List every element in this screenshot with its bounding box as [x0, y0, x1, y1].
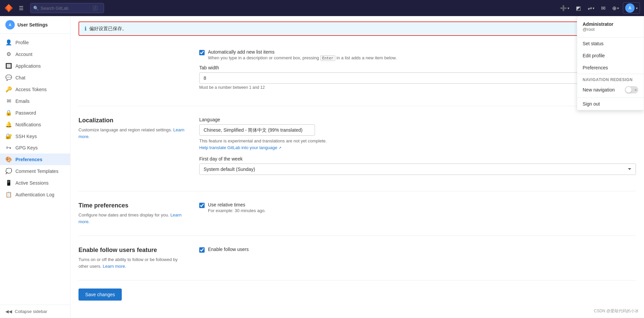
- sidebar-label-access-tokens: Access Tokens: [15, 87, 47, 92]
- todos-button[interactable]: ✉: [598, 4, 608, 13]
- issues-button[interactable]: ◩: [573, 4, 584, 13]
- hamburger-menu-button[interactable]: ☰: [16, 4, 26, 13]
- sidebar-title: User Settings: [17, 22, 48, 27]
- help-button[interactable]: ⊕ ▾: [609, 4, 622, 13]
- sidebar-label-authentication-log: Authentication Log: [15, 192, 54, 197]
- auto-list-items-label: Automatically add new list items: [208, 49, 397, 55]
- alert-banner: ℹ 偏好设置已保存。: [78, 21, 636, 36]
- sidebar-item-profile[interactable]: 👤 Profile: [0, 37, 70, 48]
- access-tokens-icon: 🔑: [5, 86, 12, 92]
- preferences-button[interactable]: Preferences: [577, 62, 644, 74]
- alert-message: 偏好设置已保存。: [89, 26, 127, 32]
- toggle-knob: [626, 87, 632, 93]
- sign-out-button[interactable]: Sign out: [577, 98, 644, 110]
- gitlab-logo: [4, 3, 13, 13]
- applications-icon: 🔲: [5, 63, 12, 69]
- authentication-log-icon: 📋: [5, 191, 12, 198]
- sidebar-item-preferences[interactable]: 🎨 Preferences: [0, 153, 70, 165]
- sidebar-item-notifications[interactable]: 🔔 Notifications: [0, 119, 70, 130]
- main-layout: A User Settings 👤 Profile ⚙ Account 🔲 Ap…: [0, 16, 644, 318]
- account-icon: ⚙: [5, 51, 12, 57]
- localization-section-left: Localization Customize language and regi…: [78, 117, 186, 180]
- time-preferences-section: Time preferences Configure how dates and…: [78, 191, 636, 236]
- behavior-section-left: [78, 49, 186, 95]
- dropdown-user-section: Administrator @root: [577, 16, 644, 38]
- enable-follow-checkbox[interactable]: [199, 247, 205, 253]
- relative-times-label: Use relative times: [208, 202, 266, 207]
- tab-width-hint: Must be a number between 1 and 12: [199, 85, 636, 90]
- first-day-select[interactable]: System default (Sunday) Monday Saturday …: [199, 164, 636, 175]
- sidebar-item-chat[interactable]: 💬 Chat: [0, 72, 70, 83]
- new-navigation-toggle[interactable]: ✕: [625, 86, 638, 93]
- emails-icon: ✉: [5, 98, 12, 104]
- translate-link[interactable]: Help translate GitLab into your language: [199, 145, 281, 150]
- enable-follow-row: Enable follow users: [199, 247, 636, 253]
- toggle-off-icon: ✕: [634, 88, 637, 92]
- user-avatar-button[interactable]: A ▾: [623, 2, 640, 14]
- edit-profile-button[interactable]: Edit profile: [577, 50, 644, 62]
- localization-title: Localization: [78, 117, 186, 124]
- time-section-left: Time preferences Configure how dates and…: [78, 202, 186, 225]
- merge-requests-button[interactable]: ⇌ ▾: [585, 4, 597, 13]
- topnav-icon-group: ➕ ▾ ◩ ⇌ ▾ ✉ ⊕ ▾ A ▾: [557, 2, 640, 14]
- first-day-group: First day of the week System default (Su…: [199, 156, 636, 175]
- auto-list-items-checkbox[interactable]: [199, 50, 205, 55]
- gpg-keys-icon: 🗝: [5, 145, 12, 151]
- preferences-icon: 🎨: [5, 156, 12, 163]
- sidebar-item-account[interactable]: ⚙ Account: [0, 48, 70, 60]
- save-changes-button[interactable]: Save changes: [78, 289, 122, 301]
- sidebar-item-ssh-keys[interactable]: 🔐 SSH Keys: [0, 130, 70, 142]
- search-shortcut-badge: /: [93, 6, 97, 10]
- top-navigation: ☰ 🔍 / ➕ ▾ ◩ ⇌ ▾ ✉ ⊕ ▾ A ▾: [0, 0, 644, 16]
- sidebar-label-password: Password: [15, 110, 36, 116]
- sidebar-header: A User Settings: [0, 16, 70, 34]
- tab-width-label: Tab width: [199, 65, 636, 70]
- search-bar[interactable]: 🔍 /: [30, 3, 104, 13]
- nav-redesign-title: Navigation redesign: [577, 74, 644, 83]
- user-dropdown-menu: Administrator @root Set status Edit prof…: [577, 16, 644, 110]
- collapse-sidebar-button[interactable]: ◀◀ Collapse sidebar: [0, 305, 70, 318]
- collapse-label: Collapse sidebar: [15, 309, 47, 314]
- auto-list-items-row: Automatically add new list items When yo…: [199, 49, 636, 61]
- user-avatar: A: [625, 3, 635, 13]
- sidebar-label-profile: Profile: [15, 40, 29, 45]
- new-navigation-label: New navigation: [583, 87, 615, 92]
- sidebar-item-authentication-log[interactable]: 📋 Authentication Log: [0, 189, 70, 200]
- sidebar-item-access-tokens[interactable]: 🔑 Access Tokens: [0, 83, 70, 95]
- dropdown-handle: @root: [583, 27, 638, 32]
- tab-width-input[interactable]: [199, 72, 636, 84]
- relative-times-checkbox[interactable]: [199, 203, 205, 208]
- sidebar-nav: 👤 Profile ⚙ Account 🔲 Applications 💬 Cha…: [0, 34, 70, 305]
- create-new-button[interactable]: ➕ ▾: [557, 4, 572, 13]
- sidebar-avatar: A: [5, 20, 15, 29]
- sidebar-item-password[interactable]: 🔒 Password: [0, 107, 70, 119]
- behavior-section-right: Automatically add new list items When yo…: [199, 49, 636, 95]
- enable-follow-label: Enable follow users: [208, 247, 249, 252]
- dropdown-username: Administrator: [583, 21, 638, 27]
- set-status-button[interactable]: Set status: [577, 38, 644, 50]
- comment-templates-icon: 💭: [5, 168, 12, 174]
- sidebar-item-comment-templates[interactable]: 💭 Comment Templates: [0, 165, 70, 177]
- time-title: Time preferences: [78, 202, 186, 209]
- language-select[interactable]: Chinese, Simplified - 简体中文 (99% translat…: [199, 124, 315, 136]
- experimental-note: This feature is experimental and transla…: [199, 138, 636, 151]
- sidebar-item-gpg-keys[interactable]: 🗝 GPG Keys: [0, 142, 70, 153]
- search-input[interactable]: [41, 6, 91, 11]
- language-select-wrapper: Chinese, Simplified - 简体中文 (99% translat…: [199, 124, 315, 136]
- behavior-section: Automatically add new list items When yo…: [78, 39, 636, 106]
- ssh-keys-icon: 🔐: [5, 133, 12, 139]
- follow-learn-more-link[interactable]: Learn more.: [103, 264, 126, 269]
- new-navigation-row: New navigation ✕: [577, 83, 644, 96]
- search-icon: 🔍: [33, 6, 39, 11]
- sidebar-label-notifications: Notifications: [15, 122, 41, 127]
- sidebar-item-active-sessions[interactable]: 📱 Active Sessions: [0, 177, 70, 189]
- relative-times-sublabel: For example: 30 minutes ago.: [208, 208, 266, 213]
- auto-list-items-sublabel: When you type in a description or commen…: [208, 55, 397, 61]
- enter-key-badge: Enter: [320, 55, 335, 61]
- sidebar-label-comment-templates: Comment Templates: [15, 169, 58, 174]
- sidebar-item-applications[interactable]: 🔲 Applications: [0, 60, 70, 72]
- follow-section-right: Enable follow users: [199, 247, 636, 269]
- follow-users-section: Enable follow users feature Turns on or …: [78, 236, 636, 280]
- sidebar-item-emails[interactable]: ✉ Emails: [0, 95, 70, 107]
- chat-icon: 💬: [5, 74, 12, 81]
